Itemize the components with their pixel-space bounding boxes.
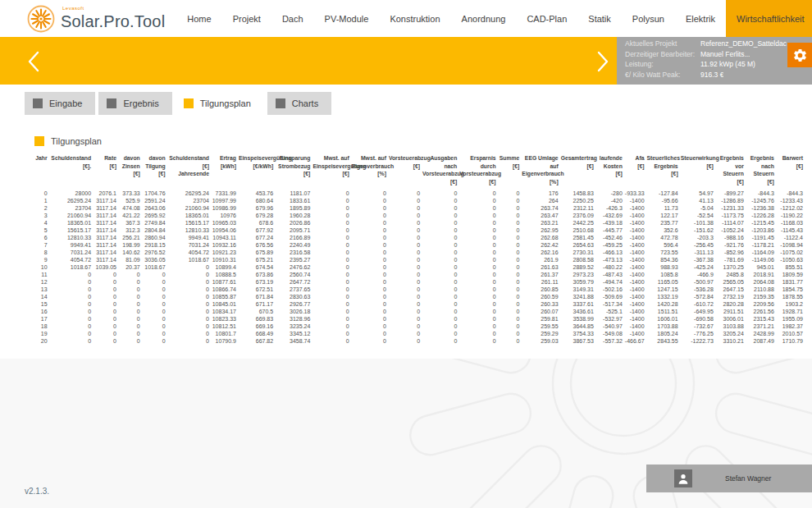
table-cell: 0 <box>119 330 143 337</box>
settings-button[interactable] <box>787 43 812 67</box>
table-cell: 21060.94 <box>50 212 94 219</box>
table-cell: 0 <box>312 256 351 263</box>
table-cell: 3117.14 <box>94 234 119 241</box>
table-cell: 453.76 <box>239 190 276 197</box>
table-body: 0280002076.1373.331704.7626295.247331.99… <box>31 190 805 345</box>
table-cell: 264 <box>522 197 560 204</box>
table-cell: 140.62 <box>119 249 143 256</box>
app-logo[interactable]: Levasoft Solar.Pro.Tool <box>27 0 165 37</box>
tab-tilgungsplan[interactable]: Tilgungsplan <box>176 92 264 115</box>
table-cell: -311.13 <box>681 249 716 256</box>
table-cell: 0 <box>312 293 351 300</box>
table-cell: 0 <box>422 219 459 227</box>
table-cell: 3036.05 <box>143 256 168 263</box>
column-header: Ergebnis nach Steuern [€] <box>746 154 777 190</box>
table-cell: 10965.03 <box>212 219 239 227</box>
table-cell: 0 <box>422 204 459 212</box>
table-cell: 0 <box>422 315 459 323</box>
table-cell: 0 <box>422 323 459 330</box>
table-cell: 10986.99 <box>212 204 239 212</box>
nav-item-wirtschaftlichkeit[interactable]: Wirtschaftlichkeit <box>726 0 812 37</box>
table-cell: 0 <box>499 256 522 263</box>
table-cell: -127.84 <box>647 190 681 197</box>
table-cell: 2643.06 <box>143 204 168 212</box>
user-bar[interactable]: Stefan Wagner <box>646 465 812 492</box>
table-cell: 2064.08 <box>746 278 777 286</box>
table-cell: 3644.85 <box>561 323 596 330</box>
table-cell: 0 <box>499 337 522 345</box>
table-cell: 2843.55 <box>647 337 681 345</box>
nav-item-konstruktion[interactable]: Konstruktion <box>379 0 450 37</box>
table-cell: 0 <box>312 249 351 256</box>
table-cell: -1236.38 <box>746 204 777 212</box>
table-cell: 671.17 <box>239 300 276 308</box>
table-cell: 0 <box>459 315 498 323</box>
table-cell: 0 <box>119 323 143 330</box>
table-row: 130000010866.74672.512737.65000000260.85… <box>31 286 805 293</box>
table-cell: -101.38 <box>681 219 716 227</box>
table-cell: 259.81 <box>522 315 560 323</box>
nav-item-pv-module[interactable]: PV-Module <box>314 0 380 37</box>
table-cell: 263.21 <box>522 219 560 227</box>
tab-eingabe[interactable]: Eingabe <box>25 92 95 115</box>
table-cell: 0 <box>499 330 522 337</box>
user-avatar-icon <box>674 469 692 487</box>
table-cell: 0 <box>312 300 351 308</box>
table-cell: 3149.31 <box>561 286 596 293</box>
table-cell: -452.46 <box>596 234 625 241</box>
table-cell: 0 <box>312 278 351 286</box>
table-cell: 0 <box>143 271 168 278</box>
table-cell: 0 <box>352 337 389 345</box>
nav-item-dach[interactable]: Dach <box>271 0 314 37</box>
column-header: Schuldenstand [€]. <box>50 154 94 190</box>
table-row: 180000010812.51669.163235.24000000259.55… <box>31 323 805 330</box>
table-cell: -1233.43 <box>777 197 805 204</box>
table-cell: 15615.17 <box>168 219 212 227</box>
nav-item-cad-plan[interactable]: CAD-Plan <box>516 0 577 37</box>
table-cell: -1400 <box>625 315 647 323</box>
table-cell: 0 <box>389 212 422 219</box>
table-cell: 0 <box>352 315 389 323</box>
table-cell: 10855.87 <box>212 293 239 300</box>
banner-prev-icon[interactable] <box>27 51 40 72</box>
nav-item-polysun[interactable]: Polysun <box>622 0 675 37</box>
nav-item-elektrik[interactable]: Elektrik <box>675 0 726 37</box>
table-cell: 0 <box>422 190 459 197</box>
banner-next-icon[interactable] <box>596 51 609 72</box>
table-cell: 3117.14 <box>94 249 119 256</box>
table-cell: -1400 <box>625 197 647 204</box>
nav-item-anordnung[interactable]: Anordnung <box>451 0 517 37</box>
table-cell: 1606.01 <box>647 315 681 323</box>
table-cell: -933.33 <box>625 190 647 197</box>
table-cell: -1400 <box>625 212 647 219</box>
column-header: EEG Umlage auf Eigenverbrauch [%] <box>522 154 560 190</box>
table-cell: -425.24 <box>681 263 716 271</box>
tab-ergebnis[interactable]: Ergebnis <box>98 92 171 115</box>
table-cell: -1190.22 <box>777 212 805 219</box>
table-cell: -1212.02 <box>777 204 805 212</box>
nav-item-projekt[interactable]: Projekt <box>222 0 271 37</box>
table-cell: 0 <box>312 204 351 212</box>
table-row: 150000010845.01671.172926.77000000260.33… <box>31 300 805 308</box>
table-cell: 0 <box>422 234 459 241</box>
table-cell: 10997.99 <box>212 197 239 204</box>
table-cell: 5 <box>31 227 50 234</box>
nav-item-home[interactable]: Home <box>176 0 221 37</box>
table-cell: 2110.88 <box>746 286 777 293</box>
table-cell: 2591.24 <box>143 197 168 204</box>
project-info-label: €/ Kilo Watt Peak: <box>625 70 700 80</box>
table-cell: -1052.24 <box>716 227 746 234</box>
tab-charts[interactable]: Charts <box>267 92 331 115</box>
nav-item-statik[interactable]: Statik <box>577 0 622 37</box>
table-cell: 260.07 <box>522 308 560 315</box>
table-cell: 11 <box>31 271 50 278</box>
column-header: Gesamtertrag [€] <box>561 154 596 190</box>
table-cell: 1903.2 <box>777 300 805 308</box>
table-cell: 0 <box>459 308 498 315</box>
column-header: Steuerliches Ergebnis [€] <box>647 154 681 190</box>
table-cell: 235.77 <box>647 219 681 227</box>
table-cell: 0 <box>50 308 94 315</box>
table-cell: 1895.89 <box>276 204 312 212</box>
table-cell: 2973.23 <box>561 271 596 278</box>
table-cell: 0 <box>119 278 143 286</box>
